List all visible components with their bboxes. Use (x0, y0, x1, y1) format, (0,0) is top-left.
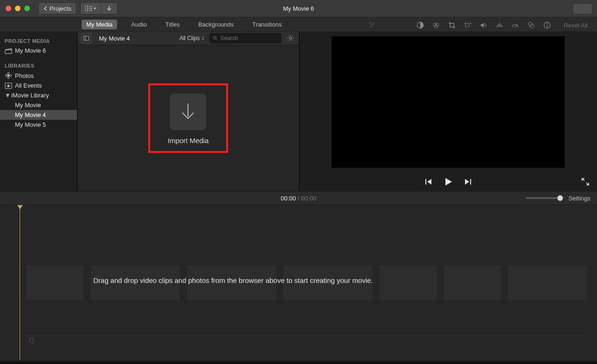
projects-back-label: Projects (49, 5, 71, 12)
color-balance-icon[interactable] (417, 21, 424, 29)
library-list-toggle[interactable]: ▾ (81, 3, 101, 14)
sidebar-project[interactable]: My Movie 6 (0, 46, 77, 55)
svg-line-43 (288, 36, 289, 37)
timeline[interactable]: Drag and drop video clips and photos fro… (0, 205, 597, 360)
timecode-current: 00:00 (281, 195, 296, 202)
projects-back-button[interactable]: Projects (39, 3, 76, 14)
svg-point-4 (369, 23, 370, 24)
browser-settings-button[interactable] (286, 34, 295, 43)
browser-event-title: My Movie 4 (99, 35, 130, 42)
filmstrip-toggle-button[interactable] (81, 33, 91, 43)
toolbar-segment-view: ▾ (80, 2, 118, 14)
stabilization-icon[interactable] (464, 21, 472, 29)
fullscreen-window-button[interactable] (24, 6, 30, 11)
svg-rect-12 (470, 23, 471, 24)
gear-icon (287, 34, 294, 42)
svg-rect-10 (465, 23, 469, 27)
next-button[interactable] (464, 178, 472, 185)
svg-line-46 (292, 36, 293, 37)
crop-icon[interactable] (448, 21, 456, 29)
import-arrow-down-icon (179, 102, 197, 122)
fullscreen-button[interactable] (581, 178, 590, 186)
search-icon (213, 35, 217, 41)
star-box-icon (5, 82, 12, 89)
noise-reduction-icon[interactable] (496, 21, 503, 29)
clip-filter-label: All Clips (180, 35, 200, 41)
svg-point-38 (290, 37, 292, 40)
tab-backgrounds[interactable]: Backgrounds (194, 20, 238, 29)
clip-filter-icon[interactable] (528, 21, 535, 29)
svg-point-31 (6, 75, 7, 76)
sidebar-event-label: My Movie 5 (15, 121, 46, 128)
viewer-controls (305, 172, 591, 191)
reset-all-button[interactable]: Reset All (564, 22, 588, 29)
play-button[interactable] (443, 177, 453, 187)
clip-filter-dropdown[interactable]: All Clips (180, 35, 205, 41)
zoom-thumb[interactable] (557, 195, 563, 201)
close-window-button[interactable] (6, 6, 11, 11)
sidebar-event-my-movie-5[interactable]: My Movie 5 (0, 120, 77, 130)
import-media-label: Import Media (168, 137, 209, 144)
clip-slot (26, 265, 84, 301)
svg-rect-34 (84, 36, 89, 41)
tab-my-media[interactable]: My Media (82, 20, 117, 29)
tab-transitions[interactable]: Transitions (248, 20, 286, 29)
sidebar-imovie-library[interactable]: ▼ iMovie Library (0, 90, 77, 100)
sidebar-event-label: My Movie 4 (15, 111, 46, 118)
svg-rect-49 (470, 179, 471, 185)
minimize-window-button[interactable] (15, 6, 21, 11)
svg-line-44 (292, 40, 293, 41)
sidebar-all-events-label: All Events (15, 82, 42, 89)
svg-line-37 (216, 39, 217, 41)
info-icon[interactable] (543, 21, 551, 29)
svg-rect-0 (85, 6, 88, 11)
search-field[interactable] (209, 33, 281, 43)
timecode-display: 00:00 / 00:00 (0, 195, 597, 202)
sidebar-event-my-movie[interactable]: My Movie (0, 100, 77, 110)
search-input[interactable] (219, 34, 278, 42)
previous-button[interactable] (424, 178, 433, 185)
volume-icon[interactable] (480, 21, 487, 29)
sidebar-photos[interactable]: Photos (0, 70, 77, 81)
svg-point-28 (7, 75, 9, 76)
timeline-settings-button[interactable]: Settings (569, 195, 590, 202)
sidebar-imovie-library-label: iMovie Library (11, 92, 49, 99)
share-button[interactable] (573, 3, 592, 14)
timecode-row: 00:00 / 00:00 Settings (0, 191, 597, 205)
sidebar-event-label: My Movie (15, 102, 41, 109)
clapperboard-icon (5, 48, 12, 54)
music-note-icon (28, 337, 34, 344)
auto-enhance-icon[interactable] (368, 21, 375, 29)
import-toolbar-button[interactable] (101, 3, 117, 14)
playhead[interactable] (20, 205, 20, 360)
svg-point-22 (547, 23, 548, 24)
speed-icon[interactable] (512, 21, 519, 29)
sidebar-all-events[interactable]: All Events (0, 81, 77, 90)
svg-line-45 (288, 40, 289, 41)
viewer-toolstrip: Reset All (368, 20, 588, 31)
audio-track (26, 336, 588, 345)
sidebar-project-media-header: PROJECT MEDIA (0, 35, 77, 46)
window-controls (6, 6, 30, 11)
titlebar: Projects ▾ My Movie 6 (0, 0, 597, 17)
svg-point-30 (7, 77, 9, 79)
updown-chevron-icon (201, 36, 205, 41)
annotation-highlight: Import Media (148, 83, 229, 153)
media-browser: My Movie 4 All Clips (77, 32, 299, 191)
zoom-slider[interactable] (526, 197, 562, 199)
sidebar-photos-label: Photos (15, 72, 34, 79)
sidebar: PROJECT MEDIA My Movie 6 LIBRARIES Photo… (0, 32, 77, 191)
svg-rect-11 (465, 23, 465, 24)
svg-rect-48 (425, 179, 426, 185)
svg-line-18 (515, 25, 517, 27)
toolbar-segment-nav: Projects (38, 2, 76, 14)
tab-audio[interactable]: Audio (126, 20, 151, 29)
disclosure-triangle-icon: ▼ (5, 92, 8, 99)
sidebar-event-my-movie-4[interactable]: My Movie 4 (0, 110, 77, 120)
tab-titles[interactable]: Titles (161, 20, 185, 29)
viewer-canvas (332, 36, 565, 168)
import-media-button[interactable] (170, 94, 206, 130)
svg-point-36 (213, 36, 216, 39)
sidebar-project-label: My Movie 6 (15, 47, 46, 54)
color-correction-icon[interactable] (432, 21, 440, 29)
